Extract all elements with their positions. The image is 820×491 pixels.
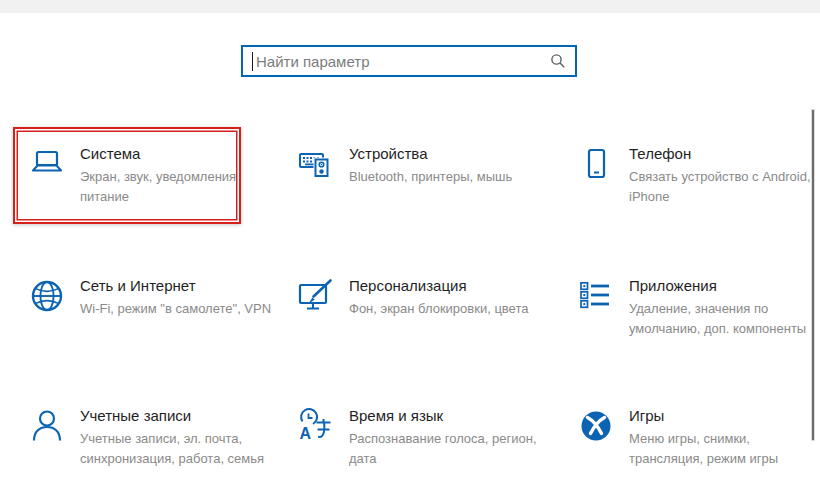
- tile-subtitle: Меню игры, снимки, трансляция, режим игр…: [629, 429, 816, 468]
- globe-icon: [28, 277, 68, 317]
- tile-title: Телефон: [629, 145, 816, 162]
- tile-subtitle: Bluetooth, принтеры, мышь: [349, 167, 512, 187]
- tile-time-language[interactable]: A Время и язык Распознавание голоса, рег…: [285, 392, 565, 488]
- tile-personalization[interactable]: Персонализация Фон, экран блокировки, цв…: [285, 262, 565, 358]
- tile-title: Приложения: [629, 277, 816, 294]
- tile-title: Сеть и Интернет: [80, 277, 271, 294]
- tile-title: Учетные записи: [80, 407, 280, 424]
- person-icon: [28, 407, 68, 447]
- tile-title: Время и язык: [349, 407, 549, 424]
- settings-tile-grid: Система Экран, звук, уведомления, питани…: [16, 130, 820, 491]
- time-language-icon: A: [297, 407, 337, 447]
- tile-subtitle: Удаление, значения по умолчанию, доп. ко…: [629, 299, 816, 338]
- tile-title: Устройства: [349, 145, 512, 162]
- phone-icon: [577, 145, 617, 185]
- tile-phone[interactable]: Телефон Связать устройство с Android, iP…: [565, 130, 820, 226]
- xbox-icon: [577, 407, 617, 447]
- search-placeholder: Найти параметр: [256, 53, 550, 70]
- apps-list-icon: [577, 277, 617, 317]
- tile-system[interactable]: Система Экран, звук, уведомления, питани…: [16, 130, 285, 226]
- search-icon[interactable]: [550, 53, 566, 69]
- svg-text:A: A: [300, 425, 312, 442]
- top-edge-strip: [0, 0, 820, 13]
- laptop-icon: [28, 145, 68, 185]
- tile-title: Система: [80, 145, 280, 162]
- tile-network[interactable]: Сеть и Интернет Wi-Fi, режим "в самолете…: [16, 262, 285, 358]
- tile-title: Игры: [629, 407, 816, 424]
- vertical-scrollbar[interactable]: [812, 110, 814, 440]
- tile-apps[interactable]: Приложения Удаление, значения по умолчан…: [565, 262, 820, 358]
- tile-subtitle: Распознавание голоса, регион, дата: [349, 429, 549, 468]
- search-input[interactable]: Найти параметр: [241, 45, 577, 77]
- tile-subtitle: Учетные записи, эл. почта, синхронизация…: [80, 429, 280, 468]
- tile-devices[interactable]: Устройства Bluetooth, принтеры, мышь: [285, 130, 565, 226]
- tile-subtitle: Wi-Fi, режим "в самолете", VPN: [80, 299, 271, 319]
- tile-subtitle: Связать устройство с Android, iPhone: [629, 167, 816, 206]
- personalization-icon: [297, 277, 337, 317]
- tile-accounts[interactable]: Учетные записи Учетные записи, эл. почта…: [16, 392, 285, 488]
- text-caret: [252, 52, 253, 71]
- tile-title: Персонализация: [349, 277, 528, 294]
- tile-subtitle: Экран, звук, уведомления, питание: [80, 167, 280, 206]
- devices-icon: [297, 145, 337, 185]
- tile-gaming[interactable]: Игры Меню игры, снимки, трансляция, режи…: [565, 392, 820, 488]
- tile-subtitle: Фон, экран блокировки, цвета: [349, 299, 528, 319]
